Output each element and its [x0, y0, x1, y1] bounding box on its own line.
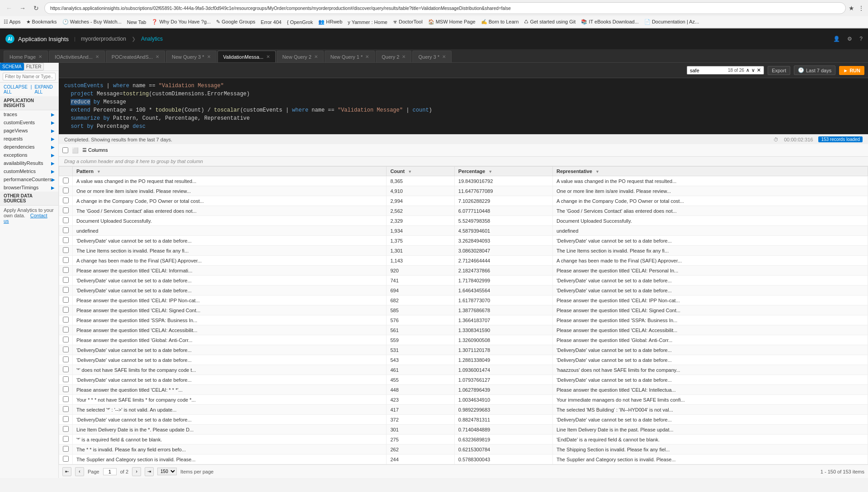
tab-close-q2[interactable]: ✕ — [402, 54, 406, 59]
sidebar-item-pageviews[interactable]: pageViews ▶ — [0, 127, 58, 135]
bookmark-hrweb[interactable]: 👥 HRweb — [318, 19, 342, 25]
row-check-12[interactable] — [59, 295, 73, 305]
last-page-btn[interactable]: ⇥ — [145, 467, 154, 476]
search-input[interactable] — [690, 68, 726, 73]
row-check-5[interactable] — [59, 226, 73, 236]
expand-all-btn[interactable]: EXPAND ALL — [34, 84, 55, 94]
row-check-25[interactable] — [59, 425, 73, 435]
back-button[interactable]: ← — [4, 3, 14, 14]
bookmark-opengrok[interactable]: { OpenGrok — [287, 19, 313, 25]
row-check-14[interactable] — [59, 315, 73, 325]
forward-button[interactable]: → — [17, 3, 28, 14]
row-check-3[interactable] — [59, 206, 73, 216]
bookmark-doctortool[interactable]: ☣ DoctorTool — [393, 19, 423, 25]
tab-close-val[interactable]: ✕ — [266, 54, 270, 59]
row-check-26[interactable] — [59, 435, 73, 445]
row-check-20[interactable] — [59, 375, 73, 385]
schema-tab[interactable]: SCHEMA — [0, 63, 24, 70]
col-header-check[interactable] — [59, 167, 73, 176]
sidebar-item-performancecounters[interactable]: performanceCounters ▶ — [0, 175, 58, 183]
code-editor[interactable]: customEvents | where name == "Validation… — [59, 78, 868, 134]
row-check-9[interactable] — [59, 266, 73, 276]
tab-newquery2[interactable]: New Query 2 ✕ — [277, 51, 324, 62]
row-check-2[interactable] — [59, 196, 73, 206]
tab-close-home[interactable]: ✕ — [38, 54, 42, 59]
tab-query2[interactable]: Query 2 ✕ — [376, 51, 411, 62]
page-size-select[interactable]: 150 50 100 500 — [157, 468, 177, 475]
tab-close-nq2[interactable]: ✕ — [314, 54, 318, 59]
sidebar-item-dependencies[interactable]: dependencies ▶ — [0, 143, 58, 151]
next-page-btn[interactable]: › — [132, 467, 141, 476]
row-check-22[interactable] — [59, 395, 73, 405]
row-check-16[interactable] — [59, 335, 73, 345]
select-all-checkbox[interactable] — [62, 147, 68, 153]
row-check-10[interactable] — [59, 276, 73, 286]
bookmark-bookmarks[interactable]: ★ Bookmarks — [26, 19, 57, 25]
time-range-button[interactable]: 🕐 Last 7 days — [794, 66, 835, 75]
bookmark-git[interactable]: ♺ Get started using Git — [524, 19, 576, 25]
bookmark-google-groups[interactable]: ✎ Google Groups — [216, 19, 255, 25]
collapse-all-btn[interactable]: COLLAPSE ALL — [4, 84, 28, 94]
analytics-link[interactable]: Analytics — [141, 36, 163, 42]
tab-query3[interactable]: Query 3 * ✕ — [412, 51, 451, 62]
run-button[interactable]: ► RUN — [839, 66, 864, 75]
bookmark-msw[interactable]: 🏠 MSW Home Page — [428, 19, 476, 25]
row-check-18[interactable] — [59, 355, 73, 365]
row-check-24[interactable] — [59, 415, 73, 425]
col-header-pattern[interactable]: Pattern ▼ — [73, 167, 387, 176]
tab-close-q3[interactable]: ✕ — [442, 54, 446, 59]
sidebar-item-availabilityresults[interactable]: availabilityResults ▶ — [0, 159, 58, 167]
tab-validation[interactable]: ValidationMessa... ✕ — [217, 51, 276, 62]
row-check-6[interactable] — [59, 236, 73, 246]
row-check-13[interactable] — [59, 305, 73, 315]
row-check-8[interactable] — [59, 256, 73, 266]
row-check-17[interactable] — [59, 345, 73, 355]
tab-close-nq3[interactable]: ✕ — [207, 54, 211, 59]
search-next-icon[interactable]: ∨ — [751, 67, 755, 73]
help-icon[interactable]: ? — [859, 36, 863, 42]
tab-ioactivities[interactable]: IOActivitiesAnd... ✕ — [49, 51, 105, 62]
sidebar-search-input[interactable] — [3, 73, 56, 80]
user-icon[interactable]: 👤 — [833, 36, 840, 42]
bookmark-newtab[interactable]: New Tab — [127, 19, 146, 25]
row-check-0[interactable] — [59, 176, 73, 186]
sidebar-item-browsertimings[interactable]: browserTimings ▶ — [0, 183, 58, 192]
row-check-1[interactable] — [59, 186, 73, 196]
row-check-23[interactable] — [59, 405, 73, 415]
filter-tab[interactable]: FILTER — [24, 63, 44, 70]
search-close-icon[interactable]: ✕ — [757, 67, 761, 73]
bookmark-why[interactable]: ❓ Why Do You Have ?g... — [151, 19, 211, 25]
settings-icon[interactable]: ⋮ — [858, 5, 864, 12]
row-check-21[interactable] — [59, 385, 73, 395]
tab-pocreated[interactable]: POCreatedAndS... ✕ — [106, 51, 165, 62]
sidebar-item-exceptions[interactable]: exceptions ▶ — [0, 151, 58, 159]
bookmark-error404[interactable]: Error 404 — [261, 19, 282, 25]
tab-close-nq1[interactable]: ✕ — [365, 54, 369, 59]
settings-icon[interactable]: ⚙ — [847, 36, 852, 42]
col-header-count[interactable]: Count ▼ — [387, 167, 454, 176]
address-bar[interactable]: https://analytics.applicationinsights.io… — [44, 2, 846, 14]
tab-newquery1[interactable]: New Query 1 * ✕ — [325, 51, 375, 62]
page-input[interactable] — [103, 468, 117, 475]
row-check-11[interactable] — [59, 286, 73, 295]
bookmark-watches[interactable]: 🕐 Watches - Buy Watch... — [62, 19, 122, 25]
row-check-4[interactable] — [59, 216, 73, 226]
col-header-representative[interactable]: Representative ▼ — [552, 167, 868, 176]
row-check-19[interactable] — [59, 365, 73, 375]
sidebar-item-requests[interactable]: requests ▶ — [0, 135, 58, 143]
first-page-btn[interactable]: ⇤ — [62, 467, 71, 476]
prev-page-btn[interactable]: ‹ — [75, 467, 84, 476]
results-table-container[interactable]: Pattern ▼ Count ▼ Percentage ▼ Represent… — [59, 166, 868, 464]
resource-name[interactable]: myorderproduction — [81, 36, 126, 42]
row-check-27[interactable] — [59, 445, 73, 455]
expand-btn[interactable]: ⬜ — [72, 147, 79, 154]
tab-home-page[interactable]: Home Page ✕ — [4, 51, 48, 62]
row-check-15[interactable] — [59, 325, 73, 335]
bookmark-ebooks[interactable]: 📚 IT eBooks Download... — [581, 19, 639, 25]
search-prev-icon[interactable]: ∧ — [746, 67, 750, 73]
bookmark-yammer[interactable]: y Yammer : Home — [348, 19, 387, 25]
bookmark-apps[interactable]: ☷ Apps — [4, 19, 21, 25]
bookmark-docs[interactable]: 📄 Documentation | Az... — [644, 19, 699, 25]
row-check-7[interactable] — [59, 246, 73, 256]
sidebar-item-customevents[interactable]: customEvents ▶ — [0, 118, 58, 127]
